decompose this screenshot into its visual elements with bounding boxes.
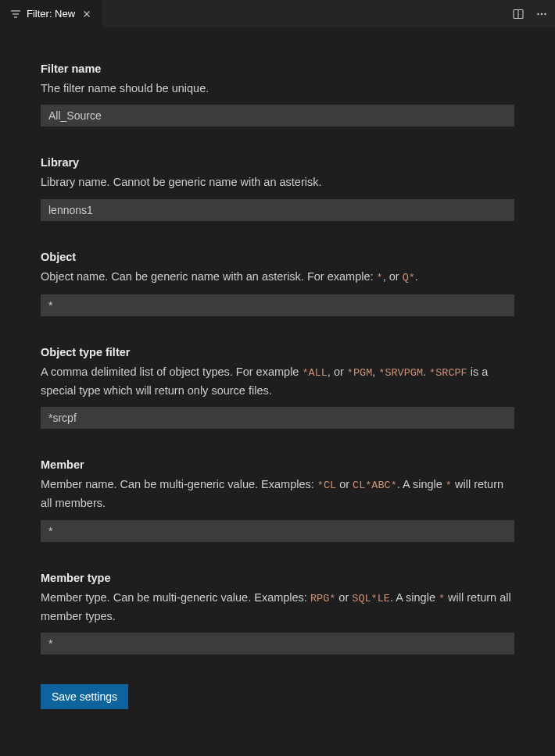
member-label: Member	[41, 458, 514, 471]
desc-text: A comma delimited list of object types. …	[41, 366, 302, 378]
tab-title: Filter: New	[27, 8, 75, 20]
object-desc-text: .	[415, 270, 418, 283]
library-label: Library	[41, 156, 514, 169]
code-literal: *SRCPF	[429, 367, 467, 379]
object-type-filter-desc: A comma delimited list of object types. …	[41, 363, 514, 399]
object-desc-text: Object name. Can be generic name with an…	[41, 270, 377, 283]
code-literal: Q*	[403, 272, 415, 284]
code-literal: RPG*	[310, 593, 335, 604]
close-icon[interactable]	[80, 7, 94, 21]
library-input[interactable]	[41, 199, 514, 221]
svg-point-8	[541, 12, 542, 14]
desc-text: , or	[328, 366, 347, 378]
form-content: Filter name The filter name should be un…	[0, 27, 555, 725]
svg-point-7	[537, 12, 539, 14]
code-literal: CL*ABC*	[353, 480, 397, 491]
split-editor-icon[interactable]	[511, 7, 525, 21]
code-literal: *	[377, 272, 383, 284]
code-literal: *	[439, 593, 445, 604]
object-desc: Object name. Can be generic name with an…	[41, 268, 514, 287]
code-literal: *	[446, 480, 452, 491]
field-object: Object Object name. Can be generic name …	[41, 251, 514, 316]
desc-text: .	[423, 366, 429, 378]
code-literal: *ALL	[302, 367, 327, 379]
tab-bar: Filter: New	[0, 0, 555, 27]
library-desc: Library name. Cannot be generic name wit…	[41, 173, 514, 191]
member-desc: Member name. Can be multi-generic value.…	[41, 476, 514, 512]
field-member-type: Member type Member type. Can be multi-ge…	[41, 572, 514, 654]
filter-name-input[interactable]	[41, 105, 514, 127]
member-type-label: Member type	[41, 572, 514, 584]
field-filter-name: Filter name The filter name should be un…	[41, 62, 514, 127]
member-type-desc: Member type. Can be multi-generic value.…	[41, 589, 514, 625]
object-label: Object	[41, 251, 514, 263]
object-type-filter-input[interactable]	[41, 407, 514, 429]
desc-text: . A single	[397, 478, 446, 490]
svg-point-9	[544, 12, 546, 14]
object-type-filter-label: Object type filter	[41, 346, 514, 358]
filter-icon	[9, 8, 22, 20]
save-button[interactable]: Save settings	[41, 684, 128, 709]
field-object-type-filter: Object type filter A comma delimited lis…	[41, 346, 514, 429]
tab-actions	[511, 0, 549, 27]
member-type-input[interactable]	[41, 633, 514, 654]
code-literal: *CL	[317, 480, 336, 491]
filter-name-desc: The filter name should be unique.	[41, 80, 514, 97]
desc-text: Member type. Can be multi-generic value.…	[41, 591, 310, 604]
field-member: Member Member name. Can be multi-generic…	[41, 458, 514, 541]
tab-filter-new[interactable]: Filter: New	[0, 0, 102, 27]
more-actions-icon[interactable]	[535, 7, 549, 21]
field-library: Library Library name. Cannot be generic …	[41, 156, 514, 220]
member-input[interactable]	[41, 520, 514, 542]
object-input[interactable]	[41, 294, 514, 316]
code-literal: *PGM	[347, 367, 372, 379]
filter-name-label: Filter name	[41, 62, 514, 75]
desc-text: or	[335, 591, 352, 604]
desc-text: . A single	[390, 591, 439, 604]
code-literal: *SRVPGM	[378, 367, 423, 379]
desc-text: Member name. Can be multi-generic value.…	[41, 478, 317, 490]
code-literal: SQL*LE	[352, 593, 390, 604]
object-desc-text: , or	[383, 270, 403, 283]
desc-text: or	[336, 478, 353, 490]
